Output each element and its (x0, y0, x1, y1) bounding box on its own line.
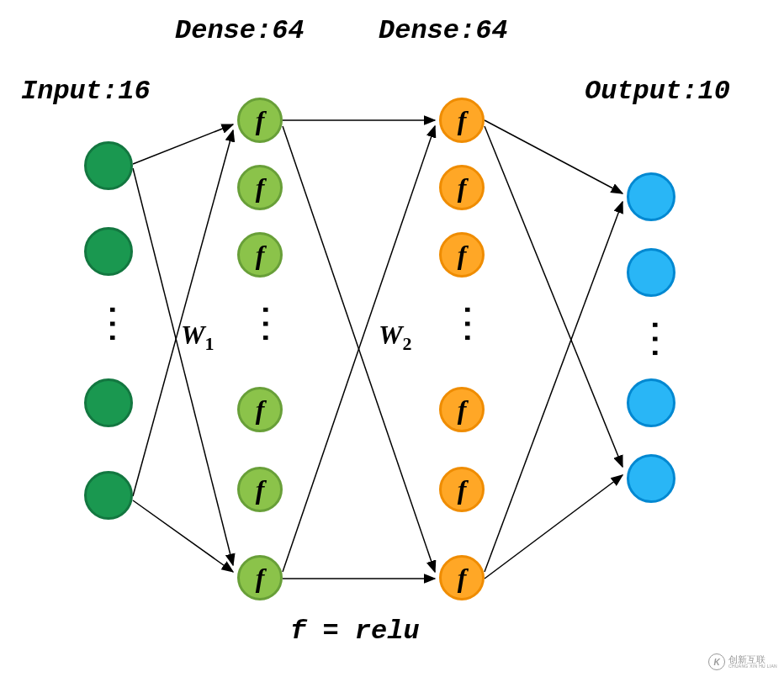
input-node (84, 141, 133, 190)
input-node (84, 227, 133, 276)
hidden1-node: f (237, 165, 283, 210)
svg-line-11 (485, 126, 622, 467)
hidden1-node: f (237, 232, 283, 278)
hidden1-node: f (237, 467, 283, 512)
hidden1-node: f (237, 98, 283, 143)
ellipsis-icon: ··· (94, 301, 129, 343)
svg-line-3 (133, 168, 233, 565)
ellipsis-icon: ··· (247, 301, 282, 343)
hidden1-node: f (237, 555, 283, 600)
input-node (84, 378, 133, 427)
hidden2-node: f (439, 232, 485, 278)
output-node (627, 454, 675, 503)
hidden2-node: f (439, 387, 485, 432)
ellipsis-icon: ··· (637, 316, 671, 358)
output-node (627, 378, 675, 427)
dense1-label: Dense:64 (175, 15, 305, 46)
watermark: K 创新互联 CHUANG XIN HU LIAN (708, 653, 777, 670)
output-label: Output:10 (585, 76, 730, 107)
svg-line-9 (485, 120, 622, 193)
hidden2-node: f (439, 467, 485, 512)
diagram-canvas: Input:16 Dense:64 Dense:64 Output:10 f =… (0, 0, 784, 677)
ellipsis-icon: ··· (449, 301, 484, 343)
svg-line-7 (283, 126, 435, 572)
activation-label: f = relu (290, 616, 420, 647)
watermark-sub: CHUANG XIN HU LIAN (728, 664, 777, 669)
svg-line-10 (485, 475, 622, 579)
dense2-label: Dense:64 (379, 15, 508, 46)
watermark-icon: K (708, 653, 725, 670)
hidden2-node: f (439, 165, 485, 210)
input-node (84, 471, 133, 520)
svg-line-8 (283, 126, 435, 572)
hidden2-node: f (439, 555, 485, 600)
w2-label: W2 (379, 320, 411, 355)
hidden2-node: f (439, 98, 485, 143)
svg-line-12 (485, 202, 622, 572)
output-node (627, 248, 675, 297)
input-label: Input:16 (21, 76, 151, 107)
svg-line-1 (133, 124, 233, 164)
svg-line-4 (133, 130, 233, 496)
output-node (627, 172, 675, 221)
svg-line-2 (133, 500, 233, 572)
w1-label: W1 (181, 320, 214, 355)
hidden1-node: f (237, 387, 283, 432)
